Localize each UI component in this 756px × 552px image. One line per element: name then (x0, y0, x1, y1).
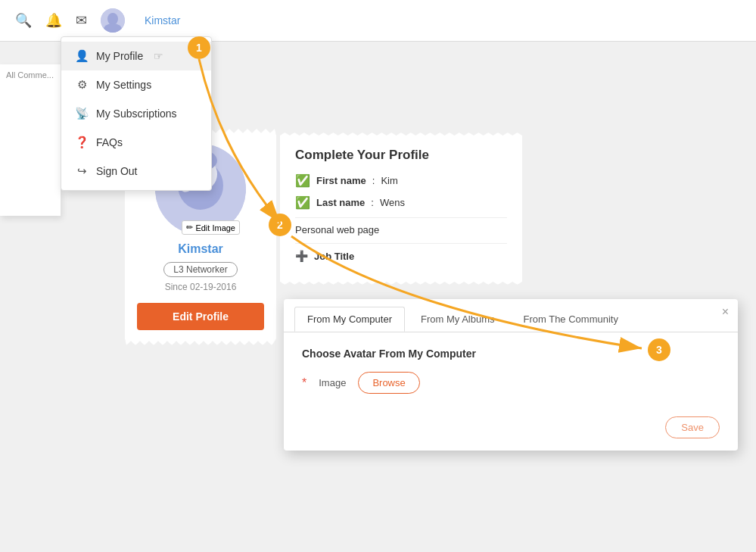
save-button[interactable]: Save (665, 416, 720, 438)
firstname-value: Kim (381, 175, 397, 186)
search-icon[interactable]: 🔍 (15, 12, 32, 29)
profile-since: Since 02-19-2016 (137, 282, 264, 292)
dropdown-item-faqs[interactable]: ❓ FAQs (61, 128, 211, 157)
tab-from-computer[interactable]: From My Computer (294, 307, 405, 332)
modal-footer: Save (284, 409, 738, 451)
jobtitle-label: Job Title (314, 251, 354, 262)
dropdown-label-profile: My Profile (96, 50, 143, 62)
modal-body: Choose Avatar From My Computer * Image B… (284, 332, 738, 409)
tab-from-community[interactable]: From The Community (510, 307, 630, 332)
step-2-number: 2 (277, 219, 283, 231)
modal-tabs: From My Computer From My Albums From The… (284, 299, 738, 332)
step-3-bubble: 3 (648, 338, 670, 361)
cursor-icon: ☞ (154, 50, 163, 62)
plus-icon: ➕ (295, 250, 308, 262)
lastname-value: Wens (380, 197, 405, 208)
lastname-field: ✅ Last name : Wens (295, 195, 507, 210)
nav-username[interactable]: Kimstar (145, 14, 180, 27)
step-1-number: 1 (196, 42, 202, 54)
lastname-label: Last name (316, 197, 365, 208)
nav-avatar[interactable] (101, 8, 125, 33)
webpage-label: Personal web page (295, 224, 379, 235)
firstname-colon: : (372, 175, 375, 186)
edit-pen-icon: ✏ (186, 223, 193, 232)
dropdown-menu: 👤 My Profile ☞ ⚙ My Settings 📡 My Subscr… (61, 36, 212, 191)
dropdown-item-signout[interactable]: ↪ Sign Out (61, 157, 211, 186)
user-icon: 👤 (75, 49, 89, 63)
avatar-modal: × From My Computer From My Albums From T… (284, 299, 738, 451)
dropdown-item-subscriptions[interactable]: 📡 My Subscriptions (61, 99, 211, 128)
profile-username: Kimstar (137, 242, 264, 256)
badge-pill: L3 Networker (163, 262, 237, 277)
subscriptions-icon: 📡 (75, 107, 89, 120)
top-nav: 🔍 🔔 ✉ Kimstar (0, 0, 756, 42)
all-communities-text: All Comme... (0, 64, 61, 86)
edit-image-label: Edit Image (195, 223, 235, 232)
tab-from-albums[interactable]: From My Albums (408, 307, 508, 332)
dropdown-item-settings[interactable]: ⚙ My Settings (61, 70, 211, 99)
browse-button[interactable]: Browse (358, 372, 419, 394)
check-icon-lastname: ✅ (295, 195, 310, 210)
left-partial-panel: All Comme... (0, 64, 61, 216)
dropdown-label-subscriptions: My Subscriptions (96, 108, 177, 120)
complete-profile-panel: Complete Your Profile ✅ First name : Kim… (280, 133, 522, 285)
dropdown-label-faqs: FAQs (96, 136, 123, 148)
dropdown-label-signout: Sign Out (96, 165, 137, 177)
step-2-bubble: 2 (269, 214, 291, 236)
dropdown-label-settings: My Settings (96, 79, 151, 91)
lastname-colon: : (371, 197, 374, 208)
webpage-field: Personal web page (295, 224, 507, 235)
profile-badge: L3 Networker (137, 262, 264, 277)
jobtitle-field: ➕ Job Title (295, 250, 507, 262)
bell-icon[interactable]: 🔔 (45, 12, 62, 29)
faq-icon: ❓ (75, 136, 89, 149)
gear-icon: ⚙ (75, 78, 89, 92)
field-divider-2 (295, 243, 507, 244)
nav-icons: 🔍 🔔 ✉ Kimstar (15, 8, 180, 33)
firstname-field: ✅ First name : Kim (295, 173, 507, 188)
firstname-label: First name (316, 175, 366, 186)
step-1-bubble: 1 (188, 36, 210, 59)
mail-icon[interactable]: ✉ (76, 12, 87, 29)
complete-profile-title: Complete Your Profile (295, 148, 507, 163)
check-icon-firstname: ✅ (295, 173, 310, 188)
modal-close-button[interactable]: × (722, 305, 729, 319)
field-divider (295, 217, 507, 218)
signout-icon: ↪ (75, 164, 89, 178)
step-3-number: 3 (656, 344, 662, 356)
edit-image-button[interactable]: ✏ Edit Image (182, 220, 240, 235)
image-field-row: * Image Browse (302, 372, 720, 394)
edit-profile-button[interactable]: Edit Profile (137, 303, 264, 330)
image-label: Image (319, 377, 346, 388)
required-star: * (302, 376, 306, 390)
svg-point-1 (107, 13, 118, 25)
